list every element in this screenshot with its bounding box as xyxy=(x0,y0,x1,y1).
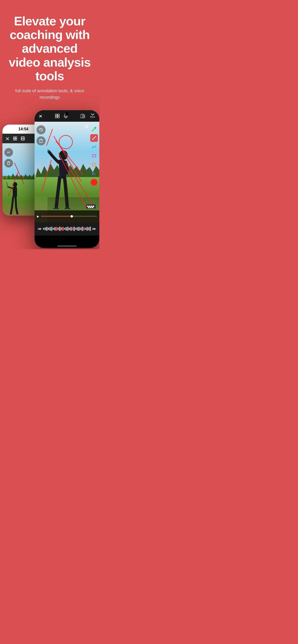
rect-tool-button[interactable] xyxy=(90,152,98,160)
grid-button-front[interactable] xyxy=(55,114,60,118)
curve-tool-button[interactable] xyxy=(90,143,98,151)
hero-section: Elevate your coaching with advanced vide… xyxy=(0,0,99,108)
svg-line-37 xyxy=(56,141,83,174)
camera-button-front[interactable] xyxy=(80,114,86,118)
play-button[interactable]: ▶ xyxy=(37,215,39,218)
undo-button-front[interactable] xyxy=(37,125,46,134)
svg-point-19 xyxy=(82,115,84,117)
svg-line-35 xyxy=(59,153,86,208)
grid-button-back[interactable] xyxy=(13,136,17,141)
transport-area: ⏮ xyxy=(35,222,99,236)
time-display-back: 14:54 xyxy=(19,127,28,131)
trash-button-front[interactable] xyxy=(37,136,46,146)
record-button[interactable] xyxy=(91,179,97,186)
right-tool-panel xyxy=(90,125,98,186)
hero-subtitle: full suite of annotation tools, & voice … xyxy=(7,88,92,100)
svg-rect-5 xyxy=(22,137,24,138)
svg-line-36 xyxy=(66,162,92,203)
svg-line-33 xyxy=(42,160,51,191)
svg-rect-6 xyxy=(22,138,24,140)
close-button-back[interactable] xyxy=(5,136,10,141)
close-button-front[interactable] xyxy=(39,114,42,118)
progress-bar[interactable] xyxy=(41,216,97,216)
svg-rect-3 xyxy=(15,139,17,140)
svg-line-34 xyxy=(54,136,81,182)
angle-tool-button[interactable] xyxy=(90,170,98,177)
phone-front: More xyxy=(35,110,99,248)
svg-rect-14 xyxy=(58,114,59,116)
svg-line-32 xyxy=(47,129,53,146)
svg-line-12 xyxy=(9,172,18,196)
video-progress-area: ▶ xyxy=(35,210,99,222)
svg-line-40 xyxy=(92,136,96,140)
svg-rect-2 xyxy=(14,139,15,140)
camera-notch xyxy=(65,112,69,116)
transport-controls: ⏮ xyxy=(37,226,97,231)
waveform xyxy=(43,226,91,231)
close-video-button[interactable] xyxy=(84,124,89,130)
svg-rect-16 xyxy=(58,116,59,118)
more-label-text: More xyxy=(90,116,95,118)
svg-rect-15 xyxy=(55,116,57,118)
next-button[interactable]: ⏭ xyxy=(92,227,96,231)
phones-container: 14:54 xyxy=(0,110,99,249)
svg-rect-0 xyxy=(14,137,15,138)
prev-button[interactable]: ⏮ xyxy=(38,227,42,231)
svg-point-42 xyxy=(92,163,96,166)
left-side-controls xyxy=(37,125,46,146)
more-button-front[interactable]: More xyxy=(90,114,95,118)
svg-line-11 xyxy=(14,163,24,184)
svg-rect-13 xyxy=(55,114,57,116)
arrow-tool-button[interactable] xyxy=(90,125,98,133)
hero-title: Elevate your coaching with advanced vide… xyxy=(7,14,92,83)
line-tool-button[interactable] xyxy=(90,134,98,142)
circle-tool-button[interactable] xyxy=(90,161,98,168)
save-button-back[interactable] xyxy=(21,136,25,141)
svg-rect-41 xyxy=(92,154,96,157)
home-indicator xyxy=(57,246,77,246)
svg-point-38 xyxy=(59,135,72,149)
svg-rect-1 xyxy=(15,137,17,138)
video-area-front: ▶ xyxy=(35,122,99,222)
